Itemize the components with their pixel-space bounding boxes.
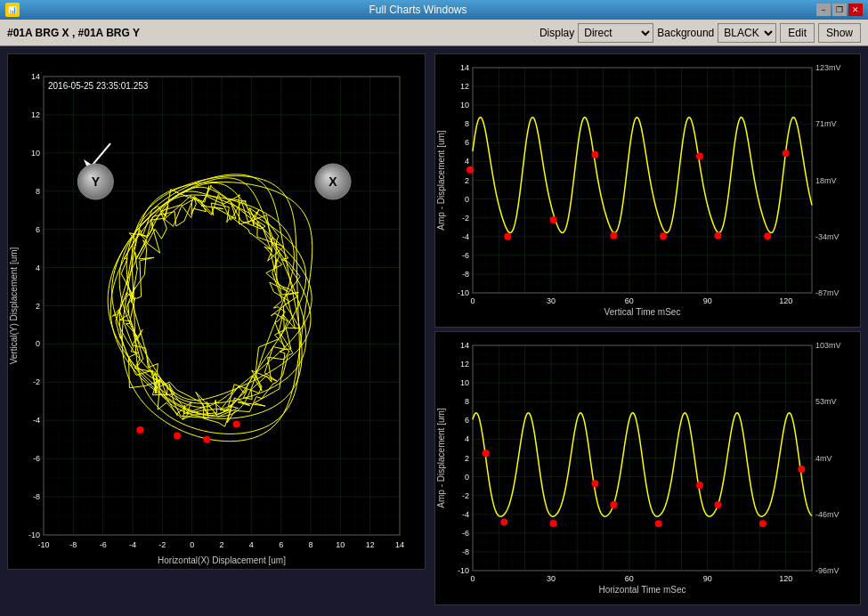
orbit-canvas[interactable]	[8, 54, 426, 570]
toolbar: #01A BRG X , #01A BRG Y Display Direct P…	[0, 20, 868, 46]
vert-chart-container	[434, 53, 861, 328]
right-panel	[434, 53, 861, 605]
show-button[interactable]: Show	[818, 23, 861, 43]
restore-button[interactable]: ❐	[832, 4, 847, 16]
app-icon: 📊	[5, 3, 20, 17]
display-label: Display	[539, 27, 574, 39]
orbit-chart-container	[7, 53, 426, 570]
main-content	[0, 46, 868, 616]
edit-button[interactable]: Edit	[780, 23, 815, 43]
title-bar: 📊 Full Charts Windows − ❐ ✕	[0, 0, 868, 20]
horiz-canvas[interactable]	[435, 332, 858, 597]
window-title: Full Charts Windows	[20, 4, 816, 16]
left-panel	[7, 53, 434, 605]
background-label: Background	[657, 27, 714, 39]
vert-canvas[interactable]	[435, 54, 858, 320]
channel-label: #01A BRG X , #01A BRG Y	[7, 27, 140, 39]
close-button[interactable]: ✕	[848, 4, 863, 16]
minimize-button[interactable]: −	[816, 4, 831, 16]
display-mode-select[interactable]: Direct Peak-Peak RMS	[578, 23, 653, 43]
horiz-chart-container	[434, 331, 861, 605]
background-color-select[interactable]: BLACK WHITE GREY	[718, 23, 776, 43]
